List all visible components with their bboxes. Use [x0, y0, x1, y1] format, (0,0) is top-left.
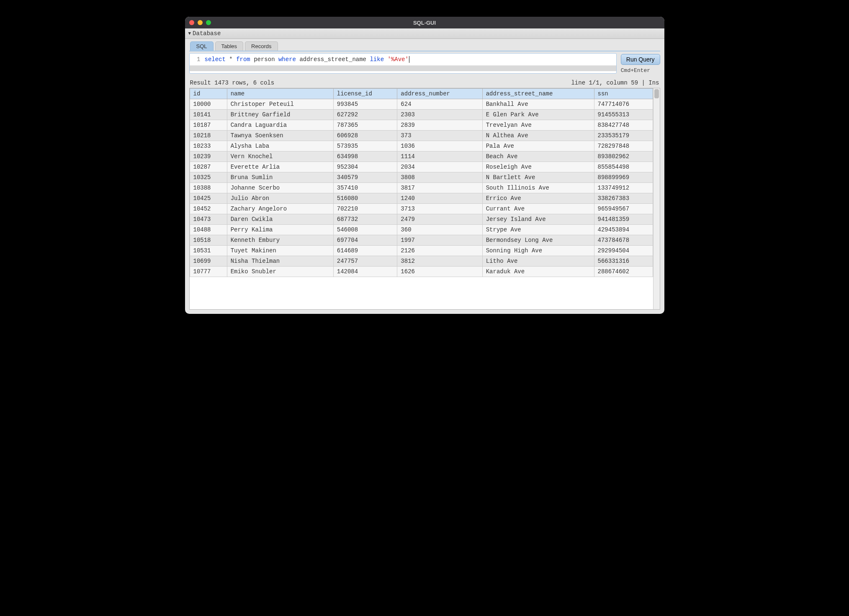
table-cell: Strype Ave: [482, 225, 594, 235]
table-cell: 233535179: [594, 131, 653, 141]
table-row[interactable]: 10425Julio Abron5160801240Errico Ave3382…: [190, 193, 653, 204]
table-cell: 10325: [190, 172, 227, 183]
table-header-row: idnamelicense_idaddress_numberaddress_st…: [190, 89, 653, 99]
table-cell: 2839: [397, 120, 482, 131]
tab-sql[interactable]: SQL: [190, 41, 214, 51]
table-row[interactable]: 10777Emiko Snubler1420841626Karaduk Ave2…: [190, 267, 653, 277]
table-row[interactable]: 10488Perry Kalima546008360Strype Ave4294…: [190, 225, 653, 235]
table-cell: 10287: [190, 162, 227, 172]
table-row[interactable]: 10473Daren Cwikla6877322479Jersey Island…: [190, 214, 653, 225]
table-cell: 606928: [333, 131, 397, 141]
sql-editor[interactable]: 1 select * from person where address_str…: [189, 53, 617, 74]
minimize-icon[interactable]: [198, 20, 203, 25]
table-cell: 247757: [333, 256, 397, 267]
table-row[interactable]: 10000Christoper Peteuil993845624Bankhall…: [190, 99, 653, 110]
table-cell: Johanne Scerbo: [227, 183, 333, 193]
table-cell: 614689: [333, 246, 397, 256]
content-area: SQL Tables Records 1 select * from perso…: [185, 39, 664, 314]
table-cell: 10000: [190, 99, 227, 110]
table-cell: 292994504: [594, 246, 653, 256]
table-cell: 10699: [190, 256, 227, 267]
close-icon[interactable]: [189, 20, 194, 25]
editor-code[interactable]: select * from person where address_stree…: [205, 56, 616, 63]
results-table-wrap: idnamelicense_idaddress_numberaddress_st…: [189, 88, 660, 310]
query-area: 1 select * from person where address_str…: [189, 53, 660, 74]
table-cell: Everette Arlia: [227, 162, 333, 172]
table-cell: 747714076: [594, 99, 653, 110]
column-header[interactable]: address_number: [397, 89, 482, 99]
table-cell: Perry Kalima: [227, 225, 333, 235]
table-cell: 373: [397, 131, 482, 141]
table-cell: 10452: [190, 204, 227, 214]
table-cell: 10218: [190, 131, 227, 141]
table-cell: 10777: [190, 267, 227, 277]
column-header[interactable]: id: [190, 89, 227, 99]
table-row[interactable]: 10233Alysha Laba5739351036Pala Ave728297…: [190, 141, 653, 151]
table-row[interactable]: 10218Tawnya Soenksen606928373N Althea Av…: [190, 131, 653, 141]
table-cell: 288674602: [594, 267, 653, 277]
table-cell: 728297848: [594, 141, 653, 151]
table-cell: 357410: [333, 183, 397, 193]
tab-tables[interactable]: Tables: [215, 41, 244, 51]
table-row[interactable]: 10452Zachary Angeloro7022103713Currant A…: [190, 204, 653, 214]
table-cell: 965949567: [594, 204, 653, 214]
table-cell: 993845: [333, 99, 397, 110]
table-cell: 838427748: [594, 120, 653, 131]
table-cell: 2034: [397, 162, 482, 172]
scrollbar-thumb[interactable]: [654, 89, 659, 98]
table-cell: 516080: [333, 193, 397, 204]
disclosure-down-icon[interactable]: ▼: [188, 31, 191, 36]
tabstrip: SQL Tables Records: [189, 41, 660, 51]
table-row[interactable]: 10699Nisha Thielman2477573812Litho Ave56…: [190, 256, 653, 267]
table-row[interactable]: 10325Bruna Sumlin3405793808N Bartlett Av…: [190, 172, 653, 183]
column-header[interactable]: address_street_name: [482, 89, 594, 99]
table-row[interactable]: 10531Tuyet Makinen6146892126Sonning High…: [190, 246, 653, 256]
table-cell: Trevelyan Ave: [482, 120, 594, 131]
table-cell: Beach Ave: [482, 151, 594, 162]
table-cell: 10233: [190, 141, 227, 151]
table-cell: Christoper Peteuil: [227, 99, 333, 110]
table-cell: 10141: [190, 110, 227, 120]
tab-records[interactable]: Records: [245, 41, 278, 51]
table-cell: Bankhall Ave: [482, 99, 594, 110]
table-cell: Sonning High Ave: [482, 246, 594, 256]
column-header[interactable]: ssn: [594, 89, 653, 99]
table-row[interactable]: 10141Brittney Garfield6272922303E Glen P…: [190, 110, 653, 120]
column-header[interactable]: license_id: [333, 89, 397, 99]
table-cell: Alysha Laba: [227, 141, 333, 151]
table-cell: Nisha Thielman: [227, 256, 333, 267]
table-cell: 142084: [333, 267, 397, 277]
editor-horizontal-scrollbar[interactable]: [190, 65, 616, 71]
table-cell: Bruna Sumlin: [227, 172, 333, 183]
table-row[interactable]: 10518Kenneth Embury6977041997Bermondsey …: [190, 235, 653, 246]
vertical-scrollbar[interactable]: [653, 88, 660, 309]
table-row[interactable]: 10239Vern Knochel6349981114Beach Ave8938…: [190, 151, 653, 162]
column-header[interactable]: name: [227, 89, 333, 99]
run-query-button[interactable]: Run Query: [621, 54, 660, 65]
maximize-icon[interactable]: [206, 20, 211, 25]
table-cell: 10239: [190, 151, 227, 162]
table-cell: N Bartlett Ave: [482, 172, 594, 183]
table-cell: Errico Ave: [482, 193, 594, 204]
table-cell: 2479: [397, 214, 482, 225]
table-cell: 338267383: [594, 193, 653, 204]
table-cell: 627292: [333, 110, 397, 120]
table-cell: Emiko Snubler: [227, 267, 333, 277]
table-cell: 10518: [190, 235, 227, 246]
table-row[interactable]: 10187Candra Laguardia7873652839Trevelyan…: [190, 120, 653, 131]
table-cell: Tawnya Soenksen: [227, 131, 333, 141]
table-cell: 687732: [333, 214, 397, 225]
table-cell: 10531: [190, 246, 227, 256]
table-cell: 1240: [397, 193, 482, 204]
table-row[interactable]: 10388Johanne Scerbo3574103817South Illin…: [190, 183, 653, 193]
table-cell: Tuyet Makinen: [227, 246, 333, 256]
table-cell: 624: [397, 99, 482, 110]
table-cell: Julio Abron: [227, 193, 333, 204]
menu-database[interactable]: Database: [193, 30, 221, 37]
results-table-scroll[interactable]: idnamelicense_idaddress_numberaddress_st…: [190, 88, 653, 309]
table-cell: 360: [397, 225, 482, 235]
text-cursor: [409, 56, 409, 63]
titlebar[interactable]: SQL-GUI: [185, 17, 664, 28]
table-row[interactable]: 10287Everette Arlia9523042034Roseleigh A…: [190, 162, 653, 172]
table-cell: 546008: [333, 225, 397, 235]
